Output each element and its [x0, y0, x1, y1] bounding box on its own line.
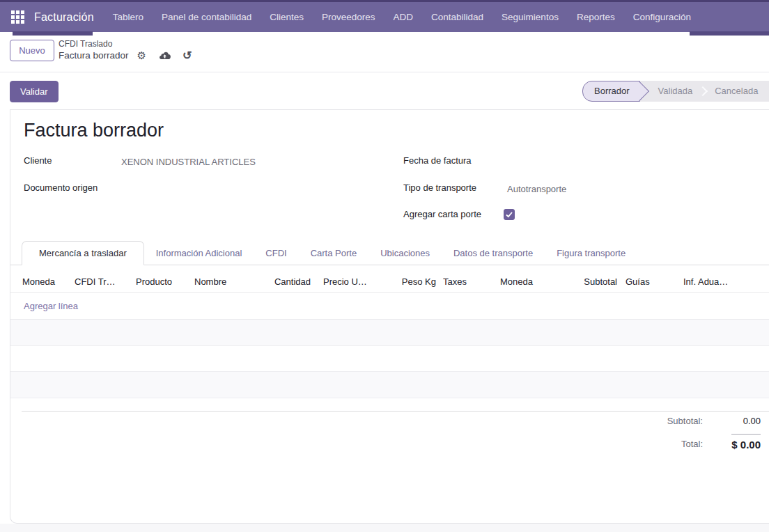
col-subtotal[interactable]: Subtotal [554, 276, 617, 287]
validate-button[interactable]: Validar [10, 81, 59, 102]
tab-mercancia-a-trasladar[interactable]: Mercancía a trasladar [22, 241, 144, 265]
apps-menu-button[interactable]: Facturación [0, 2, 104, 32]
col-producto[interactable]: Producto [136, 276, 189, 287]
facturacion-app-window: Facturación Tablero Panel de contabilida… [0, 0, 769, 532]
status-step-borrador[interactable]: Borrador [582, 81, 640, 102]
status-step-cancelada[interactable]: Cancelada [704, 81, 769, 102]
total-value: $ 0.00 [731, 434, 761, 451]
total-label: Total: [681, 439, 703, 449]
tab-cfdi[interactable]: CFDI [254, 241, 298, 265]
brand-active-indicator [13, 31, 93, 36]
systray-indicator [690, 31, 769, 36]
nav-item-reportes[interactable]: Reportes [568, 2, 624, 32]
document-title: Factura borrador [24, 120, 164, 141]
new-button[interactable]: Nuevo [10, 40, 54, 61]
totals-divider [22, 411, 769, 412]
nav-item-contabilidad[interactable]: Contabilidad [422, 2, 492, 32]
carta-porte-checkbox[interactable] [504, 209, 515, 220]
tipo-transporte-label: Tipo de transporte [403, 182, 476, 193]
agregar-carta-porte-label: Agregar carta porte [403, 209, 481, 219]
gear-icon[interactable]: ⚙ [137, 50, 146, 61]
add-line-link[interactable]: Agregar línea [24, 293, 78, 319]
col-cantidad[interactable]: Cantidad [245, 276, 311, 287]
tab-datos-de-transporte[interactable]: Datos de transporte [442, 241, 545, 265]
control-panel: Nuevo CFDI Traslado Factura borrador ⚙ ↺ [0, 34, 769, 72]
status-step-validada[interactable]: Validada [640, 81, 704, 102]
action-bar: Validar Borrador Validada Cancelada [0, 72, 769, 109]
col-peso-kg[interactable]: Peso Kg [387, 276, 436, 287]
cliente-label: Cliente [24, 155, 52, 166]
subtotal-label: Subtotal: [667, 416, 703, 426]
notebook-tabs: Mercancía a trasladar Información Adicio… [10, 241, 769, 265]
app-brand-title[interactable]: Facturación [34, 11, 94, 24]
tab-informacion-adicional[interactable]: Información Adicional [144, 241, 254, 265]
statusbar: Borrador Validada Cancelada [582, 81, 769, 102]
col-taxes[interactable]: Taxes [443, 276, 485, 287]
breadcrumb: CFDI Traslado Factura borrador ⚙ ↺ [59, 39, 192, 61]
empty-table-row [10, 346, 769, 372]
nav-item-tablero[interactable]: Tablero [104, 2, 153, 32]
form-sheet: Factura borrador Cliente XENON INDUSTRIA… [10, 109, 769, 524]
breadcrumb-current: Factura borrador [59, 50, 129, 61]
tipo-transporte-value[interactable]: Autotransporte [507, 184, 566, 194]
nav-item-clientes[interactable]: Clientes [261, 2, 313, 32]
empty-table-row [10, 372, 769, 398]
add-line-row: Agregar línea [10, 293, 769, 320]
tab-ubicaciones[interactable]: Ubicaciones [368, 241, 442, 265]
cloud-save-icon[interactable] [159, 51, 171, 60]
fecha-factura-label: Fecha de factura [403, 155, 472, 166]
tab-carta-porte[interactable]: Carta Porte [299, 241, 368, 265]
col-inf-aduanera[interactable]: Inf. Adua… [683, 276, 733, 287]
page-background [0, 524, 769, 532]
nav-item-configuracion[interactable]: Configuración [624, 2, 700, 32]
nav-item-add[interactable]: ADD [384, 2, 423, 32]
col-moneda-2[interactable]: Moneda [500, 276, 556, 287]
status-step-label: Borrador [594, 86, 630, 96]
col-guias[interactable]: Guías [626, 276, 656, 287]
cliente-value[interactable]: XENON INDUSTRIAL ARTICLES [121, 157, 256, 167]
empty-table-row [10, 320, 769, 346]
col-cfdi-tr[interactable]: CFDI Tr… [75, 276, 130, 287]
tab-figura-transporte[interactable]: Figura transporte [545, 241, 637, 265]
col-precio-unitario[interactable]: Precio U… [323, 276, 375, 287]
navbar-menu: Tablero Panel de contabilidad Clientes P… [104, 2, 700, 32]
line-table-header: Moneda CFDI Tr… Producto Nombre Cantidad… [10, 271, 769, 293]
nav-item-panel-contabilidad[interactable]: Panel de contabilidad [153, 2, 261, 32]
apps-grid-icon [11, 10, 24, 24]
nav-item-proveedores[interactable]: Proveedores [313, 2, 384, 32]
top-navbar: Facturación Tablero Panel de contabilida… [0, 0, 769, 32]
documento-origen-label: Documento origen [24, 182, 98, 193]
undo-icon[interactable]: ↺ [182, 50, 192, 61]
nav-item-seguimientos[interactable]: Seguimientos [492, 2, 568, 32]
breadcrumb-parent-link[interactable]: CFDI Traslado [59, 39, 192, 49]
subtotal-value: 0.00 [743, 416, 761, 426]
col-moneda[interactable]: Moneda [22, 276, 71, 287]
check-icon [506, 212, 513, 218]
